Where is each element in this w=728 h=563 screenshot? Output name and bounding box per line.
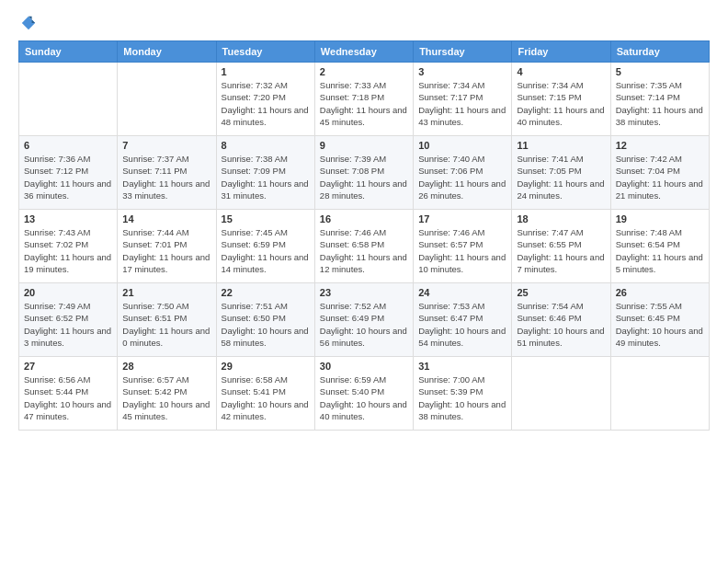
day-info: Sunrise: 7:41 AM Sunset: 7:05 PM Dayligh… (517, 153, 605, 201)
calendar-cell: 31Sunrise: 7:00 AM Sunset: 5:39 PM Dayli… (414, 357, 512, 431)
day-header: Tuesday (216, 41, 314, 63)
calendar-cell: 4Sunrise: 7:34 AM Sunset: 7:15 PM Daylig… (512, 63, 610, 136)
logo-icon (20, 15, 37, 31)
day-info: Sunrise: 7:46 AM Sunset: 6:58 PM Dayligh… (320, 226, 408, 275)
week-row: 6Sunrise: 7:36 AM Sunset: 7:12 PM Daylig… (19, 136, 710, 210)
day-info: Sunrise: 7:32 AM Sunset: 7:20 PM Dayligh… (222, 79, 310, 128)
calendar-cell (118, 63, 216, 136)
day-info: Sunrise: 7:40 AM Sunset: 7:06 PM Dayligh… (418, 153, 506, 201)
calendar-cell: 24Sunrise: 7:53 AM Sunset: 6:47 PM Dayli… (414, 283, 512, 357)
calendar-cell: 16Sunrise: 7:46 AM Sunset: 6:58 PM Dayli… (314, 210, 413, 283)
page: SundayMondayTuesdayWednesdayThursdayFrid… (0, 0, 728, 563)
calendar-cell: 7Sunrise: 7:37 AM Sunset: 7:11 PM Daylig… (118, 136, 216, 210)
calendar-cell: 3Sunrise: 7:34 AM Sunset: 7:17 PM Daylig… (414, 63, 512, 136)
day-number: 12 (616, 140, 704, 151)
day-info: Sunrise: 7:47 AM Sunset: 6:55 PM Dayligh… (517, 226, 605, 275)
day-number: 5 (616, 66, 704, 77)
day-number: 7 (122, 140, 210, 151)
day-number: 8 (222, 140, 310, 151)
day-info: Sunrise: 7:39 AM Sunset: 7:08 PM Dayligh… (320, 153, 408, 201)
day-number: 28 (122, 361, 210, 372)
calendar-cell: 27Sunrise: 6:56 AM Sunset: 5:44 PM Dayli… (19, 357, 118, 431)
day-info: Sunrise: 7:00 AM Sunset: 5:39 PM Dayligh… (418, 373, 506, 422)
day-number: 6 (24, 140, 112, 151)
day-info: Sunrise: 6:58 AM Sunset: 5:41 PM Dayligh… (222, 373, 310, 422)
day-info: Sunrise: 7:54 AM Sunset: 6:46 PM Dayligh… (517, 300, 605, 349)
week-row: 1Sunrise: 7:32 AM Sunset: 7:20 PM Daylig… (19, 63, 710, 136)
day-info: Sunrise: 7:36 AM Sunset: 7:12 PM Dayligh… (24, 153, 112, 201)
calendar-cell: 14Sunrise: 7:44 AM Sunset: 7:01 PM Dayli… (118, 210, 216, 283)
calendar-cell: 28Sunrise: 6:57 AM Sunset: 5:42 PM Dayli… (118, 357, 216, 431)
day-number: 16 (320, 213, 408, 224)
day-info: Sunrise: 7:48 AM Sunset: 6:54 PM Dayligh… (616, 226, 704, 275)
day-info: Sunrise: 7:55 AM Sunset: 6:45 PM Dayligh… (616, 300, 704, 349)
calendar-cell: 6Sunrise: 7:36 AM Sunset: 7:12 PM Daylig… (19, 136, 118, 210)
day-info: Sunrise: 6:57 AM Sunset: 5:42 PM Dayligh… (122, 373, 210, 422)
day-number: 2 (320, 66, 408, 77)
day-info: Sunrise: 7:42 AM Sunset: 7:04 PM Dayligh… (616, 153, 704, 201)
calendar-cell: 10Sunrise: 7:40 AM Sunset: 7:06 PM Dayli… (414, 136, 512, 210)
calendar-cell: 9Sunrise: 7:39 AM Sunset: 7:08 PM Daylig… (314, 136, 413, 210)
day-info: Sunrise: 7:50 AM Sunset: 6:51 PM Dayligh… (122, 300, 210, 349)
day-info: Sunrise: 6:59 AM Sunset: 5:40 PM Dayligh… (320, 373, 408, 422)
day-number: 3 (418, 66, 506, 77)
calendar-table: SundayMondayTuesdayWednesdayThursdayFrid… (18, 40, 710, 431)
day-number: 24 (418, 287, 506, 298)
calendar-cell: 15Sunrise: 7:45 AM Sunset: 6:59 PM Dayli… (216, 210, 314, 283)
day-info: Sunrise: 6:56 AM Sunset: 5:44 PM Dayligh… (24, 373, 112, 422)
calendar-cell: 29Sunrise: 6:58 AM Sunset: 5:41 PM Dayli… (216, 357, 314, 431)
calendar-cell: 25Sunrise: 7:54 AM Sunset: 6:46 PM Dayli… (512, 283, 610, 357)
day-header: Saturday (610, 41, 709, 63)
day-info: Sunrise: 7:35 AM Sunset: 7:14 PM Dayligh… (616, 79, 704, 128)
day-number: 4 (517, 66, 605, 77)
day-header: Monday (118, 41, 216, 63)
calendar-cell: 23Sunrise: 7:52 AM Sunset: 6:49 PM Dayli… (314, 283, 413, 357)
day-info: Sunrise: 7:51 AM Sunset: 6:50 PM Dayligh… (222, 300, 310, 349)
day-header: Friday (512, 41, 610, 63)
calendar-cell: 12Sunrise: 7:42 AM Sunset: 7:04 PM Dayli… (610, 136, 709, 210)
day-number: 22 (222, 287, 310, 298)
day-number: 31 (418, 361, 506, 372)
calendar-cell: 11Sunrise: 7:41 AM Sunset: 7:05 PM Dayli… (512, 136, 610, 210)
day-number: 26 (616, 287, 704, 298)
calendar-cell: 13Sunrise: 7:43 AM Sunset: 7:02 PM Dayli… (19, 210, 118, 283)
calendar-cell: 30Sunrise: 6:59 AM Sunset: 5:40 PM Dayli… (314, 357, 413, 431)
calendar-cell: 22Sunrise: 7:51 AM Sunset: 6:50 PM Dayli… (216, 283, 314, 357)
logo (18, 15, 37, 31)
day-info: Sunrise: 7:43 AM Sunset: 7:02 PM Dayligh… (24, 226, 112, 275)
day-number: 19 (616, 213, 704, 224)
day-number: 13 (24, 213, 112, 224)
day-info: Sunrise: 7:33 AM Sunset: 7:18 PM Dayligh… (320, 79, 408, 128)
calendar-cell: 5Sunrise: 7:35 AM Sunset: 7:14 PM Daylig… (610, 63, 709, 136)
calendar-cell: 8Sunrise: 7:38 AM Sunset: 7:09 PM Daylig… (216, 136, 314, 210)
calendar-cell: 17Sunrise: 7:46 AM Sunset: 6:57 PM Dayli… (414, 210, 512, 283)
week-row: 20Sunrise: 7:49 AM Sunset: 6:52 PM Dayli… (19, 283, 710, 357)
calendar-cell: 19Sunrise: 7:48 AM Sunset: 6:54 PM Dayli… (610, 210, 709, 283)
calendar-cell: 18Sunrise: 7:47 AM Sunset: 6:55 PM Dayli… (512, 210, 610, 283)
day-number: 9 (320, 140, 408, 151)
week-row: 13Sunrise: 7:43 AM Sunset: 7:02 PM Dayli… (19, 210, 710, 283)
calendar-cell (610, 357, 709, 431)
day-number: 21 (122, 287, 210, 298)
day-number: 29 (222, 361, 310, 372)
day-header: Wednesday (314, 41, 413, 63)
day-info: Sunrise: 7:46 AM Sunset: 6:57 PM Dayligh… (418, 226, 506, 275)
header (18, 15, 710, 31)
day-number: 27 (24, 361, 112, 372)
week-row: 27Sunrise: 6:56 AM Sunset: 5:44 PM Dayli… (19, 357, 710, 431)
day-info: Sunrise: 7:52 AM Sunset: 6:49 PM Dayligh… (320, 300, 408, 349)
day-info: Sunrise: 7:45 AM Sunset: 6:59 PM Dayligh… (222, 226, 310, 275)
day-header: Thursday (414, 41, 512, 63)
day-number: 1 (222, 66, 310, 77)
day-number: 25 (517, 287, 605, 298)
day-info: Sunrise: 7:34 AM Sunset: 7:17 PM Dayligh… (418, 79, 506, 128)
calendar-cell (19, 63, 118, 136)
day-number: 10 (418, 140, 506, 151)
day-number: 14 (122, 213, 210, 224)
day-number: 17 (418, 213, 506, 224)
day-header: Sunday (19, 41, 118, 63)
day-info: Sunrise: 7:34 AM Sunset: 7:15 PM Dayligh… (517, 79, 605, 128)
calendar-cell: 21Sunrise: 7:50 AM Sunset: 6:51 PM Dayli… (118, 283, 216, 357)
calendar-cell (512, 357, 610, 431)
calendar-cell: 20Sunrise: 7:49 AM Sunset: 6:52 PM Dayli… (19, 283, 118, 357)
